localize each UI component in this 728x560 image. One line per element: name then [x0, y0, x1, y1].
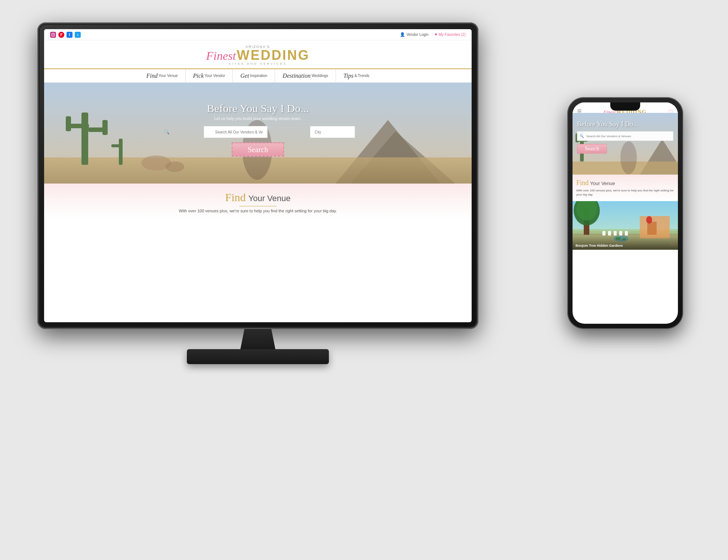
nav-find-venue[interactable]: Find Your Venue — [139, 69, 185, 82]
instagram-icon[interactable] — [50, 32, 56, 38]
topbar-right: 👤 Vendor Login ♥ My Favorites (2) — [400, 32, 466, 37]
svg-point-37 — [646, 216, 652, 224]
mobile-find-script: Find — [576, 179, 589, 187]
svg-rect-35 — [619, 231, 622, 236]
logo-finest: Finest — [206, 50, 236, 62]
nav-pick-script: Pick — [193, 73, 204, 79]
search-icon-inside: 🔍 — [164, 130, 170, 135]
logo[interactable]: Arizona's Finest WEDDING SITES AND SERVI… — [44, 45, 472, 65]
nav-tips[interactable]: Tips & Trends — [336, 69, 377, 82]
nav-get-script: Get — [240, 73, 249, 79]
nav-pick-plain: Your Vendor — [204, 74, 225, 78]
phone-screen: ☰ Arizona's Finest WEDDING SITES AND SER… — [573, 102, 678, 324]
hero-search-bar: 🔍 — [161, 126, 355, 138]
monitor: P f t 👤 Vendor Login — [37, 22, 478, 366]
phone-notch — [610, 102, 640, 111]
find-venue-title: Find Your Venue — [52, 191, 464, 204]
heart-icon: ♥ — [435, 32, 437, 37]
svg-rect-34 — [614, 231, 617, 236]
mobile-find-text: With over 100 venues plus, we're sure to… — [576, 188, 674, 197]
user-icon: 👤 — [400, 32, 405, 37]
svg-rect-36 — [625, 231, 628, 236]
my-favorites[interactable]: ♥ My Favorites (2) — [435, 32, 466, 37]
hero-section: Before You Say I Do... Let us help you b… — [44, 83, 472, 184]
mobile-search-icon: 🔍 — [580, 134, 584, 138]
find-plain: Your Venue — [249, 194, 291, 203]
hero-subtitle: Let us help you build your wedding dream… — [161, 116, 355, 121]
svg-rect-32 — [602, 231, 605, 236]
svg-rect-11 — [102, 120, 108, 135]
mobile-hero: Before You Say I Do... 🔍 Search — [573, 113, 678, 175]
search-button[interactable]: Search — [232, 142, 284, 157]
monitor-screen: P f t 👤 Vendor Login — [44, 29, 472, 322]
phone: ☰ Arizona's Finest WEDDING SITES AND SER… — [567, 97, 683, 329]
find-venue-divider — [239, 206, 277, 206]
site-nav: Find Your Venue Pick Your Vendor Get Ins… — [44, 69, 472, 83]
my-favorites-label[interactable]: My Favorites (2) — [439, 33, 466, 37]
mobile-venue-name: Boojum Tree Hidden Gardens — [576, 244, 623, 247]
nav-dest-script: Destination — [283, 73, 311, 79]
logo-sites: SITES AND SERVICES — [229, 62, 287, 65]
site-topbar: P f t 👤 Vendor Login — [44, 29, 472, 40]
scene: P f t 👤 Vendor Login — [0, 0, 728, 560]
mobile-hero-title: Before You Say I Do... — [577, 120, 673, 128]
svg-rect-31 — [647, 222, 657, 235]
find-venue-text: With over 100 venues plus, we're sure to… — [52, 209, 464, 213]
nav-tips-plain: & Trends — [354, 74, 370, 78]
mobile-search-input[interactable] — [577, 131, 673, 141]
monitor-stand-base — [187, 349, 329, 364]
search-input[interactable] — [204, 126, 268, 138]
vendor-login[interactable]: 👤 Vendor Login — [400, 32, 429, 37]
nav-get-plain: Inspiration — [249, 74, 267, 78]
mobile-find-plain: Your Venue — [590, 181, 615, 186]
mobile-venue-heart-icon[interactable]: ♡ — [670, 241, 675, 247]
svg-rect-13 — [111, 144, 123, 147]
svg-rect-33 — [608, 231, 611, 236]
find-venue-section: Find Your Venue With over 100 venues plu… — [44, 184, 472, 219]
mobile-find-title: Find Your Venue — [576, 179, 674, 187]
monitor-stand-neck — [235, 329, 280, 351]
mobile-search-button[interactable]: Search — [577, 144, 607, 154]
monitor-frame: P f t 👤 Vendor Login — [37, 22, 478, 329]
hero-content: Before You Say I Do... Let us help you b… — [161, 102, 355, 157]
phone-frame: ☰ Arizona's Finest WEDDING SITES AND SER… — [567, 97, 683, 329]
find-script: Find — [225, 191, 246, 203]
pinterest-icon[interactable]: P — [58, 32, 64, 38]
svg-rect-7 — [81, 113, 88, 165]
svg-rect-0 — [52, 33, 55, 36]
twitter-icon[interactable]: t — [75, 32, 81, 38]
search-input-wrapper: 🔍 — [161, 126, 310, 138]
mobile-hero-content: Before You Say I Do... 🔍 Search — [573, 113, 678, 157]
nav-pick-vendor[interactable]: Pick Your Vendor — [186, 69, 233, 82]
city-input[interactable] — [310, 126, 355, 138]
mobile-find-venue: Find Your Venue With over 100 venues plu… — [573, 175, 678, 201]
nav-find-script: Find — [146, 73, 157, 79]
social-icons: P f t — [50, 32, 81, 38]
site-header: Arizona's Finest WEDDING SITES AND SERVI… — [44, 40, 472, 69]
svg-rect-9 — [66, 116, 71, 131]
hero-title: Before You Say I Do... — [161, 102, 355, 115]
svg-point-2 — [54, 34, 54, 34]
logo-wedding: WEDDING — [237, 49, 309, 62]
nav-destination[interactable]: Destination Weddings — [275, 69, 336, 82]
mobile-venue-image: Boojum Tree Hidden Gardens ♡ — [573, 201, 678, 250]
svg-point-1 — [52, 34, 54, 35]
svg-point-16 — [166, 161, 184, 172]
nav-get-inspiration[interactable]: Get Inspiration — [233, 69, 275, 82]
mobile-venue-overlay: Boojum Tree Hidden Gardens ♡ — [573, 236, 678, 250]
nav-find-plain: Your Venue — [158, 74, 178, 78]
svg-rect-12 — [119, 139, 123, 165]
nav-dest-plain: Weddings — [311, 74, 328, 78]
facebook-icon[interactable]: f — [67, 32, 73, 38]
mobile-search-wrap: 🔍 — [577, 131, 673, 141]
nav-tips-script: Tips — [343, 73, 354, 79]
vendor-login-label[interactable]: Vendor Login — [407, 33, 429, 37]
svg-rect-8 — [70, 124, 89, 128]
